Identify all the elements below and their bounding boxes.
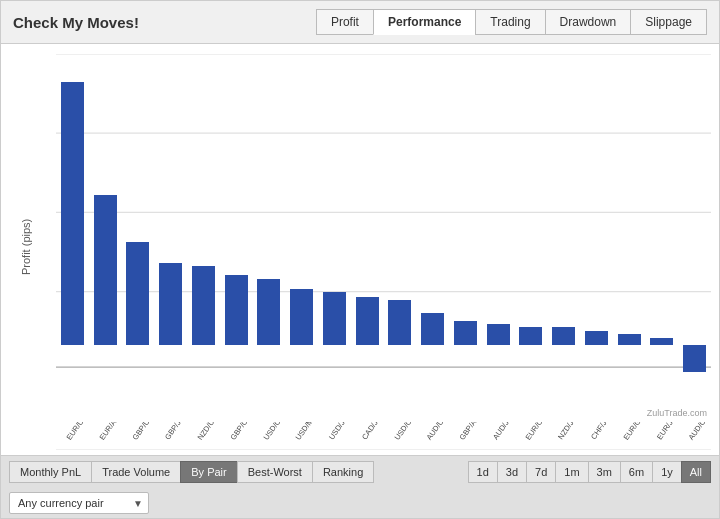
time-btn-1y[interactable]: 1y xyxy=(652,461,681,483)
bar-wrapper-CAD-JPY xyxy=(351,54,384,422)
time-btn-3d[interactable]: 3d xyxy=(497,461,526,483)
bar-EUR-JPY xyxy=(650,338,673,344)
bar-GBP-JPY xyxy=(159,263,182,345)
app-container: Check My Moves! ProfitPerformanceTrading… xyxy=(0,0,720,519)
bar-USD-JPY xyxy=(323,292,346,345)
bar-AUD-USD xyxy=(421,313,444,345)
bar-wrapper-USD-MXN xyxy=(285,54,318,422)
filter-btn-best-worst[interactable]: Best-Worst xyxy=(237,461,312,483)
bar-CAD-JPY xyxy=(356,297,379,345)
bar-wrapper-CHF-JPY xyxy=(580,54,613,422)
bar-AUD-JPY xyxy=(487,324,510,344)
bar-wrapper-USD-JPY xyxy=(318,54,351,422)
bar-EUR-CAD xyxy=(519,327,542,345)
bottom-bar2: Any currency pairEUR/USDGBP/USDUSD/JPY ▼ xyxy=(1,488,719,518)
bar-wrapper-USD-CHF xyxy=(384,54,417,422)
chart-inner: 1k 750 500 250 0 −250 EUR/USDEUR/AUDGBP/… xyxy=(56,54,711,450)
bar-AUD-CAD xyxy=(683,345,706,373)
tab-performance[interactable]: Performance xyxy=(373,9,475,35)
bar-wrapper-GBP-AUD xyxy=(449,54,482,422)
tab-profit[interactable]: Profit xyxy=(316,9,373,35)
y-axis-label: Profit (pips) xyxy=(20,225,32,275)
header: Check My Moves! ProfitPerformanceTrading… xyxy=(1,1,719,44)
tab-group: ProfitPerformanceTradingDrawdownSlippage xyxy=(316,9,707,35)
bar-wrapper-EUR-CAD xyxy=(515,54,548,422)
bar-GBP-CHF xyxy=(225,275,248,344)
bottom-bar: Monthly PnLTrade VolumeBy PairBest-Worst… xyxy=(1,455,719,488)
time-btn-3m[interactable]: 3m xyxy=(588,461,620,483)
bar-wrapper-NZD-JPY xyxy=(547,54,580,422)
bar-wrapper-EUR-JPY xyxy=(646,54,679,422)
bar-wrapper-EUR-GBP xyxy=(613,54,646,422)
tab-slippage[interactable]: Slippage xyxy=(630,9,707,35)
bar-wrapper-EUR-USD xyxy=(56,54,89,422)
bar-GBP-USD xyxy=(126,242,149,344)
bar-wrapper-GBP-USD xyxy=(122,54,155,422)
bar-wrapper-AUD-CAD xyxy=(678,54,711,422)
time-btn-7d[interactable]: 7d xyxy=(526,461,555,483)
bar-wrapper-GBP-JPY xyxy=(154,54,187,422)
app-title: Check My Moves! xyxy=(13,14,308,31)
tab-drawdown[interactable]: Drawdown xyxy=(545,9,631,35)
bar-USD-CAD xyxy=(257,279,280,345)
bar-EUR-USD xyxy=(61,82,84,345)
bar-USD-CHF xyxy=(388,300,411,344)
bar-GBP-AUD xyxy=(454,321,477,345)
bar-wrapper-EUR-AUD xyxy=(89,54,122,422)
bar-wrapper-AUD-USD xyxy=(416,54,449,422)
bar-EUR-GBP xyxy=(618,334,641,345)
pair-select-wrapper: Any currency pairEUR/USDGBP/USDUSD/JPY ▼ xyxy=(9,492,149,514)
bar-NZD-USD xyxy=(192,266,215,345)
filter-btn-monthly-pnl[interactable]: Monthly PnL xyxy=(9,461,91,483)
watermark: ZuluTrade.com xyxy=(647,408,707,418)
pair-select[interactable]: Any currency pairEUR/USDGBP/USDUSD/JPY xyxy=(9,492,149,514)
time-btn-6m[interactable]: 6m xyxy=(620,461,652,483)
bar-USD-MXN xyxy=(290,289,313,344)
chart-area: Profit (pips) 1k 750 500 250 0 −250 xyxy=(1,44,719,455)
tab-trading[interactable]: Trading xyxy=(475,9,544,35)
bar-wrapper-USD-CAD xyxy=(253,54,286,422)
filter-btn-ranking[interactable]: Ranking xyxy=(312,461,374,483)
time-btn-All[interactable]: All xyxy=(681,461,711,483)
bar-wrapper-NZD-USD xyxy=(187,54,220,422)
bar-NZD-JPY xyxy=(552,327,575,344)
time-controls: 1d3d7d1m3m6m1yAll xyxy=(468,461,711,483)
filter-btn-trade-volume[interactable]: Trade Volume xyxy=(91,461,180,483)
bar-CHF-JPY xyxy=(585,331,608,345)
filter-controls: Monthly PnLTrade VolumeBy PairBest-Worst… xyxy=(9,461,374,483)
time-btn-1d[interactable]: 1d xyxy=(468,461,497,483)
bar-EUR-AUD xyxy=(94,195,117,344)
time-btn-1m[interactable]: 1m xyxy=(555,461,587,483)
filter-btn-by-pair[interactable]: By Pair xyxy=(180,461,236,483)
bar-wrapper-GBP-CHF xyxy=(220,54,253,422)
bar-wrapper-AUD-JPY xyxy=(482,54,515,422)
